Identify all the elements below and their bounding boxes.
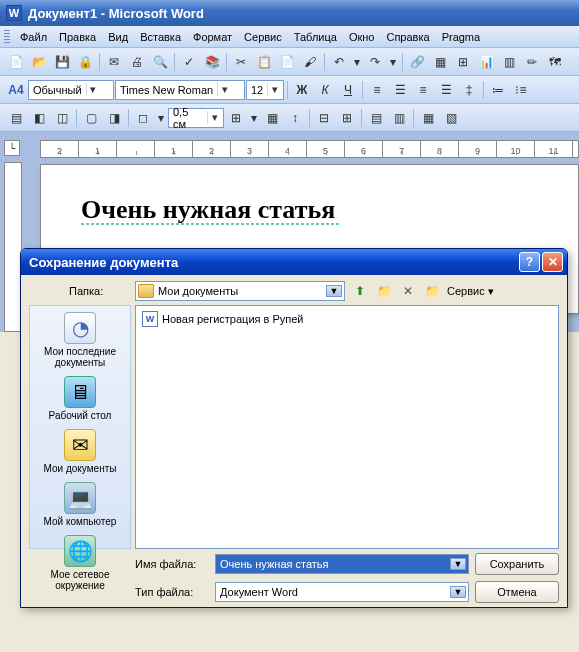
tb-icon-5[interactable]: ◨: [103, 107, 125, 129]
save-button[interactable]: Сохранить: [475, 553, 559, 575]
font-combo[interactable]: Times New Roman▾: [115, 80, 245, 100]
menu-help[interactable]: Справка: [380, 29, 435, 45]
indent-value: 0,5 см: [173, 106, 203, 130]
tb-icon-6[interactable]: ◻: [132, 107, 154, 129]
tb-dd-1[interactable]: ▾: [155, 107, 167, 129]
open-button[interactable]: 📂: [28, 51, 50, 73]
separator: [362, 81, 363, 99]
tb-icon-13[interactable]: ▥: [388, 107, 410, 129]
paste-button[interactable]: 📄: [276, 51, 298, 73]
tb-icon-2[interactable]: ◧: [28, 107, 50, 129]
tb-icon-3[interactable]: ◫: [51, 107, 73, 129]
save-button[interactable]: 💾: [51, 51, 73, 73]
service-label: Сервис: [447, 285, 485, 297]
service-menu[interactable]: Сервис ▾: [447, 285, 494, 298]
redo-button[interactable]: ↷: [364, 51, 386, 73]
permission-button[interactable]: 🔒: [74, 51, 96, 73]
menu-table[interactable]: Таблица: [288, 29, 343, 45]
undo-dropdown[interactable]: ▾: [351, 51, 363, 73]
tb-icon-7[interactable]: ⊞: [225, 107, 247, 129]
hyperlink-button[interactable]: 🔗: [406, 51, 428, 73]
dialog-titlebar[interactable]: Сохранение документа ? ✕: [21, 249, 567, 275]
help-button[interactable]: ?: [519, 252, 540, 272]
underline-button[interactable]: Ч: [337, 79, 359, 101]
style-value: Обычный: [33, 84, 82, 96]
place-label: Мой компьютер: [44, 516, 117, 527]
insert-table-button[interactable]: ⊞: [452, 51, 474, 73]
docmap-button[interactable]: 🗺: [544, 51, 566, 73]
tb-icon-14[interactable]: ▦: [417, 107, 439, 129]
tb-icon-15[interactable]: ▧: [440, 107, 462, 129]
tb-icon-11[interactable]: ⊞: [336, 107, 358, 129]
undo-button[interactable]: ↶: [328, 51, 350, 73]
menu-format[interactable]: Формат: [187, 29, 238, 45]
separator: [309, 109, 310, 127]
ruler-tick: 1: [155, 141, 193, 157]
research-button[interactable]: 📚: [201, 51, 223, 73]
cut-button[interactable]: ✂: [230, 51, 252, 73]
align-justify-button[interactable]: ☰: [435, 79, 457, 101]
indent-combo[interactable]: 0,5 см▾: [168, 108, 224, 128]
italic-button[interactable]: К: [314, 79, 336, 101]
places-item[interactable]: ◔Мои последние документы: [30, 308, 130, 372]
tb-icon-10[interactable]: ⊟: [313, 107, 335, 129]
preview-button[interactable]: 🔍: [149, 51, 171, 73]
places-item[interactable]: ✉Мои документы: [30, 425, 130, 478]
menu-window[interactable]: Окно: [343, 29, 381, 45]
tb-icon-4[interactable]: ▢: [80, 107, 102, 129]
mail-button[interactable]: ✉: [103, 51, 125, 73]
menu-file[interactable]: Файл: [14, 29, 53, 45]
folder-value: Мои документы: [158, 285, 238, 297]
menu-edit[interactable]: Правка: [53, 29, 102, 45]
filename-input[interactable]: Очень нужная статья ▼: [215, 554, 469, 574]
file-list[interactable]: WНовая регистрация в Рупей: [135, 305, 559, 549]
align-center-button[interactable]: ☰: [389, 79, 411, 101]
menu-tools[interactable]: Сервис: [238, 29, 288, 45]
tb-dd-2[interactable]: ▾: [248, 107, 260, 129]
format-painter-button[interactable]: 🖌: [299, 51, 321, 73]
delete-button[interactable]: ✕: [399, 282, 417, 300]
new-doc-button[interactable]: 📄: [5, 51, 27, 73]
views-button[interactable]: 📁: [423, 282, 441, 300]
ruler-tick: 4: [269, 141, 307, 157]
excel-button[interactable]: 📊: [475, 51, 497, 73]
tb-icon-9[interactable]: ↕: [284, 107, 306, 129]
size-combo[interactable]: 12▾: [246, 80, 284, 100]
places-item[interactable]: 💻Мой компьютер: [30, 478, 130, 531]
line-spacing-button[interactable]: ‡: [458, 79, 480, 101]
horizontal-ruler[interactable]: 2112345678910111213: [40, 140, 579, 158]
numbering-button[interactable]: ≔: [487, 79, 509, 101]
tab-selector[interactable]: └: [4, 140, 20, 156]
cancel-button[interactable]: Отмена: [475, 581, 559, 603]
menu-insert[interactable]: Вставка: [134, 29, 187, 45]
tables-button[interactable]: ▦: [429, 51, 451, 73]
up-folder-button[interactable]: ⬆: [351, 282, 369, 300]
align-left-button[interactable]: ≡: [366, 79, 388, 101]
menu-view[interactable]: Вид: [102, 29, 134, 45]
redo-dropdown[interactable]: ▾: [387, 51, 399, 73]
style-prefix[interactable]: A4: [5, 79, 27, 101]
new-folder-button[interactable]: 📁: [375, 282, 393, 300]
drawing-button[interactable]: ✏: [521, 51, 543, 73]
tb-icon-1[interactable]: ▤: [5, 107, 27, 129]
tb-icon-12[interactable]: ▤: [365, 107, 387, 129]
ruler-tick: 6: [345, 141, 383, 157]
close-button[interactable]: ✕: [542, 252, 563, 272]
align-right-button[interactable]: ≡: [412, 79, 434, 101]
separator: [324, 53, 325, 71]
toolbar-grip[interactable]: [4, 30, 10, 44]
style-combo[interactable]: Обычный▾: [28, 80, 114, 100]
print-button[interactable]: 🖨: [126, 51, 148, 73]
place-label: Рабочий стол: [49, 410, 112, 421]
filetype-combo[interactable]: Документ Word ▼: [215, 582, 469, 602]
folder-combo[interactable]: Мои документы ▼: [135, 281, 345, 301]
spellcheck-button[interactable]: ✓: [178, 51, 200, 73]
file-item[interactable]: WНовая регистрация в Рупей: [140, 310, 554, 328]
places-item[interactable]: 🖥Рабочий стол: [30, 372, 130, 425]
tb-icon-8[interactable]: ▦: [261, 107, 283, 129]
bold-button[interactable]: Ж: [291, 79, 313, 101]
bullets-button[interactable]: ⁝≡: [510, 79, 532, 101]
copy-button[interactable]: 📋: [253, 51, 275, 73]
menu-pragma[interactable]: Pragma: [436, 29, 487, 45]
columns-button[interactable]: ▥: [498, 51, 520, 73]
